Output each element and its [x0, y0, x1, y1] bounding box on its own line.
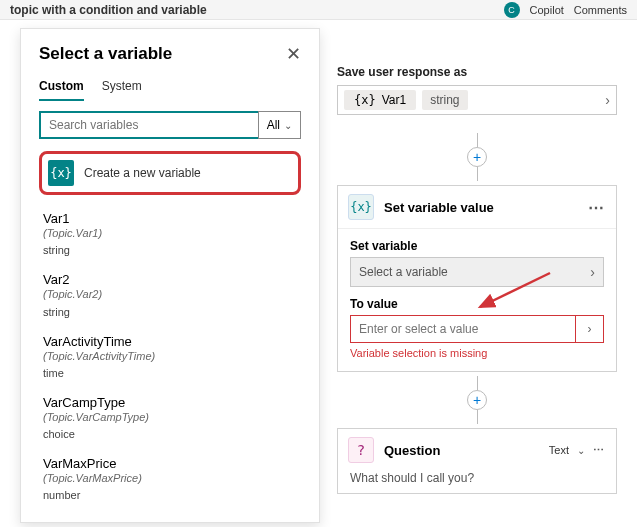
page-breadcrumb: topic with a condition and variable: [10, 3, 207, 17]
list-item[interactable]: VarActivityTime (Topic.VarActivityTime) …: [39, 328, 301, 389]
var-path: (Topic.VarActivityTime): [43, 349, 299, 363]
var-path: (Topic.VarMaxPrice): [43, 471, 299, 485]
var-path: (Topic.Var1): [43, 226, 299, 240]
saved-var-name: Var1: [382, 93, 406, 107]
variable-picker-panel: Select a variable ✕ Custom System All ⌄ …: [20, 28, 320, 523]
filter-all-dropdown[interactable]: All ⌄: [258, 111, 301, 139]
more-menu-button[interactable]: ⋯: [588, 198, 606, 217]
saved-variable-chip[interactable]: {x} Var1 string ›: [337, 85, 617, 115]
list-item[interactable]: VarCampType (Topic.VarCampType) choice: [39, 389, 301, 450]
var-type: time: [43, 367, 299, 379]
chevron-right-icon: ›: [590, 264, 595, 280]
question-type-label: Text: [549, 444, 569, 456]
save-response-label: Save user response as: [337, 65, 617, 79]
create-variable-button[interactable]: {x} Create a new variable: [39, 151, 301, 195]
panel-title: Select a variable: [39, 44, 172, 64]
variable-icon: {x}: [348, 194, 374, 220]
more-menu-button[interactable]: ⋯: [593, 444, 606, 457]
var-type: choice: [43, 428, 299, 440]
chevron-down-icon: ⌄: [284, 120, 292, 131]
avatar[interactable]: C: [504, 2, 520, 18]
node-title: Set variable value: [384, 200, 578, 215]
saved-var-type: string: [422, 90, 467, 110]
select-variable-dropdown[interactable]: Select a variable ›: [350, 257, 604, 287]
add-node-button[interactable]: +: [467, 147, 487, 167]
to-value-input[interactable]: [351, 316, 575, 342]
var-type: string: [43, 244, 299, 256]
list-item[interactable]: Var2 (Topic.Var2) string: [39, 266, 301, 327]
variable-icon: {x}: [48, 160, 74, 186]
close-icon[interactable]: ✕: [286, 43, 301, 65]
set-variable-label: Set variable: [350, 239, 604, 253]
node-title: Question: [384, 443, 539, 458]
create-variable-label: Create a new variable: [84, 166, 201, 180]
add-node-button[interactable]: +: [467, 390, 487, 410]
search-input[interactable]: [39, 111, 258, 139]
var-name: Var2: [43, 272, 299, 287]
question-node: ? Question Text ⌄ ⋯ What should I call y…: [337, 428, 617, 494]
question-icon: ?: [348, 437, 374, 463]
filter-all-label: All: [267, 118, 280, 132]
tab-custom[interactable]: Custom: [39, 79, 84, 101]
copilot-link[interactable]: Copilot: [530, 4, 564, 16]
to-value-picker-button[interactable]: ›: [575, 316, 603, 342]
var-type: string: [43, 306, 299, 318]
var-name: VarCampType: [43, 395, 299, 410]
var-path: (Topic.VarCampType): [43, 410, 299, 424]
var-name: Var1: [43, 211, 299, 226]
set-variable-node: {x} Set variable value ⋯ Set variable Se…: [337, 185, 617, 372]
variable-list: Var1 (Topic.Var1) string Var2 (Topic.Var…: [39, 205, 301, 511]
to-value-label: To value: [350, 297, 604, 311]
var-path: (Topic.Var2): [43, 287, 299, 301]
error-message: Variable selection is missing: [350, 347, 604, 359]
var-name: VarMaxPrice: [43, 456, 299, 471]
var-name: VarActivityTime: [43, 334, 299, 349]
chevron-down-icon[interactable]: ⌄: [577, 445, 585, 456]
question-prompt: What should I call you?: [338, 471, 616, 493]
variable-icon: {x}: [354, 93, 376, 107]
list-item[interactable]: Var1 (Topic.Var1) string: [39, 205, 301, 266]
select-variable-placeholder: Select a variable: [359, 265, 448, 279]
var-type: number: [43, 489, 299, 501]
chevron-right-icon: ›: [605, 92, 610, 108]
list-item[interactable]: VarMaxPrice (Topic.VarMaxPrice) number: [39, 450, 301, 511]
tab-system[interactable]: System: [102, 79, 142, 101]
comments-link[interactable]: Comments: [574, 4, 627, 16]
